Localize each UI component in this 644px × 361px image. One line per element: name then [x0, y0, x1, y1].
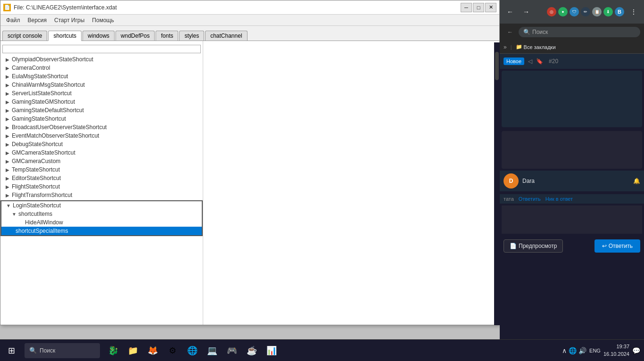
menu-file[interactable]: Файл [2, 16, 24, 25]
browser-more-button[interactable]: ⋮ [627, 5, 640, 18]
tree-item-china-warn[interactable]: ▶ ChinaWarnMsgStateShortcut [0, 81, 203, 89]
browser-home-button[interactable]: ← [504, 25, 517, 39]
tab-shortcuts[interactable]: shortcuts [48, 31, 82, 41]
tree-item-flight-state[interactable]: ▶ FlightStateShortcut [0, 182, 203, 191]
taskbar-app-browser1[interactable]: 🦊 [143, 341, 162, 360]
browser-forward-button[interactable]: → [520, 5, 533, 18]
preview-button[interactable]: 📄 Предпросмотр [504, 239, 563, 253]
expand-arrow: ▶ [4, 132, 11, 139]
taskbar-chevron-icon[interactable]: ∧ [562, 347, 567, 354]
taskbar-network-icon[interactable]: 🌐 [569, 347, 577, 354]
tree-item-login-state[interactable]: ▼ LoginStateShortcut [1, 201, 202, 210]
tree-item-editor-state[interactable]: ▶ EditorStateShortcut [0, 174, 203, 182]
tree-item-gm-camera-custom[interactable]: ▶ GMCameraCustom [0, 157, 203, 165]
share-icon[interactable]: ◁ [528, 58, 532, 65]
tree-item-debug[interactable]: ▶ DebugStateShortcut [0, 140, 203, 148]
expand-arrow: ▼ [5, 202, 12, 209]
taskbar-search[interactable]: 🔍 Поиск [25, 343, 100, 358]
tree-panel[interactable]: ▶ OlympiadObserverStateShortcut ▶ Camera… [0, 41, 203, 325]
post-author: Dara [522, 178, 535, 184]
tree-item-hide-all-window[interactable]: HideAllWindow [1, 218, 202, 227]
nick-in-reply-link[interactable]: Ник в ответ [545, 196, 573, 202]
tab-wnddefpos[interactable]: wndDefPos [116, 31, 155, 41]
taskbar-app-terminal[interactable]: 💻 [203, 341, 222, 360]
browser-panel: ← → ◎ ● 🛡 ✏ 📋 ⬇ B ⋮ ← 🔍 Поиск » | 📁 Все … [500, 0, 644, 361]
browser-toolbar: ← → ◎ ● 🛡 ✏ 📋 ⬇ B ⋮ [500, 0, 644, 24]
expand-arrow: ▶ [4, 56, 11, 63]
extension-icons: ◎ ● 🛡 ✏ 📋 ⬇ B [547, 7, 624, 16]
tree-item-server-list[interactable]: ▶ ServerListStateShortcut [0, 89, 203, 98]
taskbar-app-browser2[interactable]: 🌐 [183, 341, 202, 360]
tab-script-console[interactable]: script console [2, 31, 47, 41]
taskbar-apps: 🐉 📁 🦊 ⚙ 🌐 💻 🎮 ☕ 📊 [104, 341, 281, 360]
menu-version[interactable]: Версия [24, 16, 51, 25]
taskbar-clock[interactable]: 19:37 16.10.2024 [603, 343, 629, 358]
taskbar-app-dragon[interactable]: 🐉 [104, 341, 123, 360]
close-button[interactable]: ✕ [485, 3, 496, 12]
post-content [502, 205, 642, 234]
taskbar-system-icons: ∧ 🌐 🔊 [562, 347, 586, 354]
taskbar-app-explorer[interactable]: 📁 [124, 341, 142, 360]
title-bar-controls: ─ □ ✕ [461, 3, 496, 12]
tree-item-gm-camera-state[interactable]: ▶ GMCameraStateShortcut [0, 148, 203, 157]
ext-icon-shield[interactable]: 🛡 [570, 7, 579, 16]
menu-start-game[interactable]: Старт Игры [50, 16, 88, 25]
menu-bar: Файл Версия Старт Игры Помощь [0, 15, 499, 26]
tree-item-camera-control[interactable]: ▶ CameraControl [0, 64, 203, 72]
menu-help[interactable]: Помощь [88, 16, 117, 25]
tab-chatchannel[interactable]: chatChannel [205, 31, 247, 41]
address-search-bar[interactable]: 🔍 Поиск [519, 27, 640, 37]
taskbar-time-value: 19:37 [603, 343, 629, 350]
maximize-button[interactable]: □ [473, 3, 484, 12]
browser-back-button[interactable]: ← [504, 5, 517, 18]
taskbar-notification-icon[interactable]: 💬 [632, 347, 640, 354]
bookmark-all-label[interactable]: 📁 Все закладки [516, 44, 556, 50]
expand-arrow: ▶ [4, 124, 11, 131]
search-text: Поиск [532, 29, 548, 35]
taskbar-search-label: Поиск [40, 347, 55, 354]
browser-content[interactable]: Новое ◁ 🔖 #20 D Dara 🔔 тата Ответить Ник… [500, 54, 644, 353]
ext-icon-green[interactable]: ● [558, 7, 568, 16]
tree-search-input[interactable] [2, 45, 201, 53]
title-bar-left: 📄 File: C:\LINEAGE2\System\interface.xda… [3, 4, 117, 11]
ext-icon-red[interactable]: ◎ [547, 7, 556, 16]
tree-item-eula[interactable]: ▶ EulaMsgStateShortcut [0, 72, 203, 81]
tree-item-gaming-state[interactable]: ▶ GamingStateShortcut [0, 115, 203, 123]
expand-arrow: ▶ [4, 158, 11, 164]
tree-item-shortcut-special[interactable]: shortcutSpecialItems [1, 227, 202, 235]
tree-item-broadcast[interactable]: ▶ BroadcastUserObserverStateShortcut [0, 123, 203, 131]
tab-windows[interactable]: windows [83, 31, 115, 41]
reply-button[interactable]: ↩ Ответить [594, 239, 640, 253]
preview-icon: 📄 [510, 243, 517, 249]
start-button[interactable]: ⊞ [0, 340, 23, 361]
tree-item-gaming-default[interactable]: ▶ GamingStateDefaultShortcut [0, 106, 203, 115]
ext-icon-b[interactable]: B [615, 7, 624, 16]
ext-icon-download[interactable]: ⬇ [603, 7, 613, 16]
tab-fonts[interactable]: fonts [156, 31, 178, 41]
ext-icon-pen[interactable]: ✏ [581, 7, 590, 16]
start-icon: ⊞ [8, 345, 15, 356]
ext-icon-clipboard[interactable]: 📋 [592, 7, 602, 16]
bell-icon: 🔔 [633, 178, 640, 184]
reply-icon: ↩ [602, 243, 607, 249]
expand-arrow: ▶ [4, 73, 11, 80]
minimize-button[interactable]: ─ [461, 3, 472, 12]
tree-item-flight-transform[interactable]: ▶ FlightTransformShortcut [0, 191, 203, 199]
reply-link[interactable]: Ответить [519, 196, 541, 202]
tree-item-shortcut-items[interactable]: ▼ shortcutItems [1, 210, 202, 218]
new-badge: Новое [504, 57, 524, 65]
tab-styles[interactable]: styles [179, 31, 204, 41]
tree-item-gaming-gm[interactable]: ▶ GamingStateGMShortcut [0, 98, 203, 106]
expand-arrow: ▶ [4, 82, 11, 88]
tree-item-event-match[interactable]: ▶ EventMatchObserverStateShortcut [0, 131, 203, 140]
action-buttons-row: 📄 Предпросмотр ↩ Ответить [500, 236, 644, 256]
forum-post-1 [502, 71, 642, 127]
tree-item-temp-state[interactable]: ▶ TempStateShortcut [0, 165, 203, 174]
tree-item-olympiad[interactable]: ▶ OlympiadObserverStateShortcut [0, 55, 203, 64]
taskbar-app-java[interactable]: ☕ [242, 341, 261, 360]
bookmark-post-icon[interactable]: 🔖 [536, 58, 543, 65]
taskbar-app-settings[interactable]: ⚙ [163, 341, 182, 360]
taskbar-app-chart[interactable]: 📊 [262, 341, 281, 360]
taskbar-volume-icon[interactable]: 🔊 [578, 347, 586, 354]
taskbar-app-game[interactable]: 🎮 [223, 341, 241, 360]
